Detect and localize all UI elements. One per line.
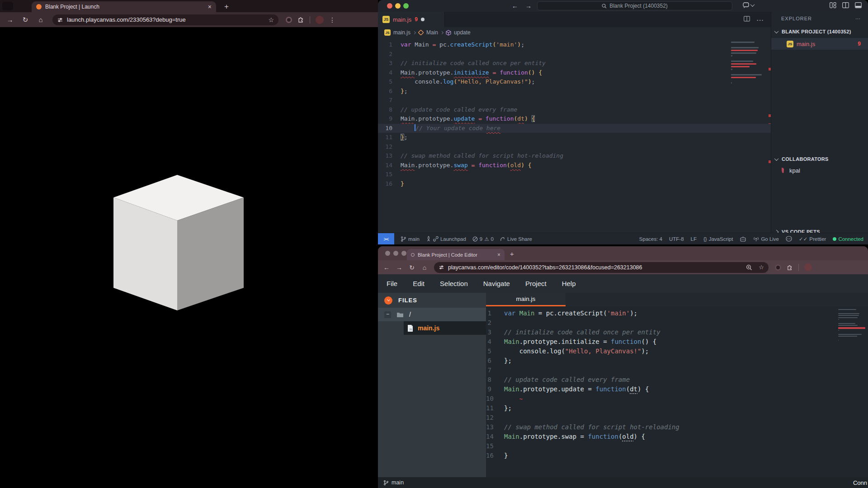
code-line-1[interactable]: 1var Main = pc.createScript('main'); xyxy=(486,309,868,318)
code-line-6[interactable]: 6}; xyxy=(378,87,771,96)
window-controls-area[interactable] xyxy=(2,2,13,10)
section-collaborators[interactable]: COLLABORATORS xyxy=(771,154,868,164)
copilot-status-icon[interactable] xyxy=(786,236,792,242)
split-editor-icon[interactable] xyxy=(842,2,849,8)
home-icon[interactable]: ⌂ xyxy=(420,264,429,271)
breadcrumb-file[interactable]: main.js xyxy=(393,29,410,36)
section-blank-project[interactable]: BLANK PROJECT (1400352) xyxy=(771,26,868,37)
files-panel-header[interactable]: FILES xyxy=(378,293,486,308)
profile-avatar[interactable] xyxy=(804,263,812,271)
pc-branch-indicator[interactable]: main xyxy=(383,479,404,486)
browser-menu-icon[interactable]: ⋮ xyxy=(329,16,335,23)
explorer-file-main-js[interactable]: JS main.js 9 xyxy=(771,38,868,50)
close-tab-icon[interactable]: × xyxy=(208,4,212,10)
bottom-browser-tab[interactable]: Blank Project | Code Editor × xyxy=(407,249,505,260)
bookmark-star-icon[interactable]: ☆ xyxy=(759,264,764,271)
extensions-puzzle-icon[interactable] xyxy=(297,16,304,23)
code-line-16[interactable]: 16} xyxy=(378,179,771,189)
pc-tab-main-js[interactable]: main.js xyxy=(486,293,566,306)
files-root-row[interactable]: − / xyxy=(378,308,486,321)
toggle-panel-icon[interactable] xyxy=(855,2,862,8)
code-line-9[interactable]: 9Main.prototype.update = function(dt) { xyxy=(486,385,868,394)
collapse-icon[interactable]: − xyxy=(384,311,391,318)
bookmark-star-icon[interactable]: ☆ xyxy=(268,16,274,23)
site-settings-icon[interactable] xyxy=(57,17,63,23)
code-line-5[interactable]: 5 console.log("Hello, PlayCanvas!"); xyxy=(378,77,771,87)
tab-main-js[interactable]: JS main.js 9 xyxy=(378,12,445,27)
collaborator-row[interactable]: kpal xyxy=(771,164,868,176)
minimap[interactable] xyxy=(731,42,766,85)
code-line-9[interactable]: 9Main.prototype.update = function(dt) { xyxy=(378,114,771,124)
new-tab-button[interactable]: + xyxy=(510,250,514,258)
code-line-15[interactable]: 15 xyxy=(378,170,771,179)
site-settings-icon[interactable] xyxy=(439,265,444,270)
breadcrumb-method[interactable]: update xyxy=(454,29,471,36)
reload-icon[interactable]: ↻ xyxy=(20,16,31,24)
code-line-12[interactable]: 12 xyxy=(378,142,771,152)
history-forward-icon[interactable]: → xyxy=(525,2,532,9)
code-line-5[interactable]: 5 console.log("Hello, PlayCanvas!"); xyxy=(486,347,868,356)
code-line-14[interactable]: 14Main.prototype.swap = function(old) { xyxy=(378,161,771,170)
home-icon[interactable]: ⌂ xyxy=(35,16,46,23)
forward-icon[interactable]: → xyxy=(5,16,15,23)
zoom-icon[interactable] xyxy=(746,264,752,271)
command-center-search[interactable]: Blank Project (1400352) xyxy=(537,1,732,10)
code-line-16[interactable]: 16} xyxy=(486,451,868,460)
menu-project[interactable]: Project xyxy=(525,280,547,287)
split-editor-right-icon[interactable] xyxy=(744,16,750,22)
macos-minimize-button[interactable] xyxy=(393,251,398,256)
connection-indicator[interactable]: Connected xyxy=(833,236,863,242)
code-line-8[interactable]: 8// update code called every frame xyxy=(486,375,868,385)
language-indicator[interactable]: {} JavaScript xyxy=(703,236,733,242)
macos-close-button[interactable] xyxy=(385,251,390,256)
menu-edit[interactable]: Edit xyxy=(413,280,425,287)
menu-selection[interactable]: Selection xyxy=(440,280,468,287)
bottom-titlebar[interactable]: Blank Project | Code Editor × + xyxy=(378,246,868,260)
files-file-row[interactable]: JS main.js xyxy=(378,321,486,335)
code-line-11[interactable]: 11}; xyxy=(378,133,771,142)
customize-layout-icon[interactable] xyxy=(830,2,836,8)
forward-icon[interactable]: → xyxy=(395,264,403,271)
code-line-15[interactable]: 15 xyxy=(486,441,868,451)
code-line-3[interactable]: 3// initialize code called once per enti… xyxy=(378,59,771,68)
extensions-puzzle-icon[interactable] xyxy=(787,264,793,271)
close-tab-icon[interactable]: × xyxy=(497,252,500,258)
vscode-titlebar[interactable]: ← → Blank Project (1400352) xyxy=(378,0,868,12)
menu-file[interactable]: File xyxy=(387,280,397,287)
launchpad-indicator[interactable]: Launchpad xyxy=(426,236,466,242)
menu-help[interactable]: Help xyxy=(562,280,576,287)
code-line-10[interactable]: 10 ~ xyxy=(486,394,868,404)
code-line-11[interactable]: 11}; xyxy=(486,404,868,413)
macos-zoom-button[interactable] xyxy=(403,3,409,9)
breadcrumb-class[interactable]: Main xyxy=(426,29,438,36)
code-line-4[interactable]: 4Main.prototype.initialize = function() … xyxy=(378,68,771,78)
code-line-13[interactable]: 13// swap method called for script hot-r… xyxy=(378,151,771,161)
code-line-2[interactable]: 2 xyxy=(486,318,868,328)
code-line-7[interactable]: 7 xyxy=(486,366,868,375)
branch-indicator[interactable]: main xyxy=(401,236,420,242)
macos-minimize-button[interactable] xyxy=(395,3,401,9)
history-back-icon[interactable]: ← xyxy=(512,2,518,9)
menu-navigate[interactable]: Navigate xyxy=(483,280,510,287)
code-line-3[interactable]: 3// initialize code called once per enti… xyxy=(486,328,868,337)
back-icon[interactable]: ← xyxy=(382,264,391,271)
explorer-more-icon[interactable]: ⋯ xyxy=(855,16,861,22)
code-line-10[interactable]: 10 // Your update code here xyxy=(378,124,771,133)
pet-robot-icon[interactable] xyxy=(740,236,746,242)
playcanvas-logo-icon[interactable] xyxy=(384,296,392,305)
copilot-icon[interactable] xyxy=(743,2,754,8)
extension-badge-icon[interactable] xyxy=(286,17,292,23)
breadcrumb[interactable]: JS main.js Main update xyxy=(378,27,771,38)
eol-indicator[interactable]: LF xyxy=(691,236,697,242)
bottom-address-bar[interactable]: playcanvas.com/editor/code/1400352?tabs=… xyxy=(434,262,769,273)
remote-indicator[interactable]: >< xyxy=(378,233,394,244)
code-line-6[interactable]: 6}; xyxy=(486,356,868,366)
prettier-indicator[interactable]: ✓✓ Prettier xyxy=(799,236,826,242)
code-line-1[interactable]: 1var Main = pc.createScript('main'); xyxy=(378,40,771,50)
reload-icon[interactable]: ↻ xyxy=(408,264,416,271)
code-line-14[interactable]: 14Main.prototype.swap = function(old) { xyxy=(486,432,868,441)
encoding-indicator[interactable]: UTF-8 xyxy=(669,236,684,242)
macos-close-button[interactable] xyxy=(387,3,392,9)
go-live-indicator[interactable]: Go Live xyxy=(753,236,779,242)
code-line-8[interactable]: 8// update code called every frame xyxy=(378,105,771,115)
